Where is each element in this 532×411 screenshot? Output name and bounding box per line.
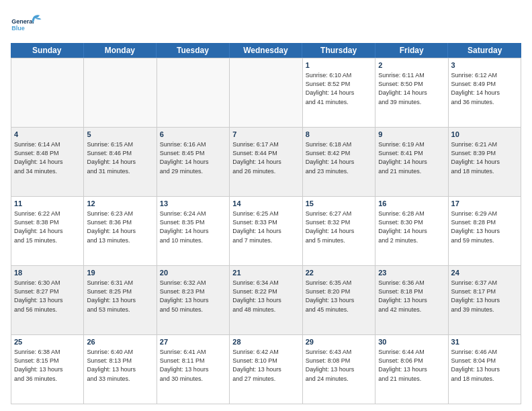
svg-text:Blue: Blue xyxy=(11,25,25,32)
calendar-empty-cell xyxy=(84,58,157,127)
day-number: 4 xyxy=(14,130,81,140)
calendar-day-1: 1Sunrise: 6:10 AMSunset: 8:52 PMDaylight… xyxy=(303,58,375,127)
day-details: Sunrise: 6:18 AMSunset: 8:42 PMDaylight:… xyxy=(306,140,372,175)
calendar-day-13: 13Sunrise: 6:24 AMSunset: 8:35 PMDayligh… xyxy=(157,197,230,265)
logo-icon: General Blue xyxy=(11,11,43,38)
day-details: Sunrise: 6:29 AMSunset: 8:28 PMDaylight:… xyxy=(451,210,518,244)
calendar-day-16: 16Sunrise: 6:28 AMSunset: 8:30 PMDayligh… xyxy=(375,197,448,265)
calendar: SundayMondayTuesdayWednesdayThursdayFrid… xyxy=(11,43,521,404)
day-details: Sunrise: 6:14 AMSunset: 8:48 PMDaylight:… xyxy=(14,140,81,175)
calendar-day-24: 24Sunrise: 6:37 AMSunset: 8:17 PMDayligh… xyxy=(449,266,521,334)
calendar-week-1: 1Sunrise: 6:10 AMSunset: 8:52 PMDaylight… xyxy=(11,58,521,128)
header-day-thursday: Thursday xyxy=(302,43,375,58)
day-details: Sunrise: 6:41 AMSunset: 8:11 PMDaylight:… xyxy=(160,348,226,383)
calendar-day-26: 26Sunrise: 6:40 AMSunset: 8:13 PMDayligh… xyxy=(84,335,157,404)
day-details: Sunrise: 6:36 AMSunset: 8:18 PMDaylight:… xyxy=(378,279,445,314)
calendar-day-29: 29Sunrise: 6:43 AMSunset: 8:08 PMDayligh… xyxy=(303,335,375,404)
calendar-header: SundayMondayTuesdayWednesdayThursdayFrid… xyxy=(11,43,521,58)
day-number: 9 xyxy=(378,130,445,140)
calendar-day-10: 10Sunrise: 6:21 AMSunset: 8:39 PMDayligh… xyxy=(449,128,521,196)
calendar-empty-cell xyxy=(157,58,230,127)
calendar-day-22: 22Sunrise: 6:35 AMSunset: 8:20 PMDayligh… xyxy=(303,266,375,334)
calendar-day-3: 3Sunrise: 6:12 AMSunset: 8:49 PMDaylight… xyxy=(449,58,521,127)
day-details: Sunrise: 6:44 AMSunset: 8:06 PMDaylight:… xyxy=(378,348,445,383)
day-number: 19 xyxy=(87,268,153,278)
day-number: 31 xyxy=(451,337,518,347)
day-details: Sunrise: 6:46 AMSunset: 8:04 PMDaylight:… xyxy=(451,348,518,383)
calendar-empty-cell xyxy=(11,58,84,127)
calendar-day-18: 18Sunrise: 6:30 AMSunset: 8:27 PMDayligh… xyxy=(11,266,84,334)
day-details: Sunrise: 6:17 AMSunset: 8:44 PMDaylight:… xyxy=(232,140,299,175)
calendar-week-2: 4Sunrise: 6:14 AMSunset: 8:48 PMDaylight… xyxy=(11,128,521,197)
day-details: Sunrise: 6:37 AMSunset: 8:17 PMDaylight:… xyxy=(451,279,518,314)
header: General Blue xyxy=(11,11,521,38)
logo: General Blue xyxy=(11,11,43,38)
calendar-day-4: 4Sunrise: 6:14 AMSunset: 8:48 PMDaylight… xyxy=(11,128,84,196)
calendar-day-14: 14Sunrise: 6:25 AMSunset: 8:33 PMDayligh… xyxy=(230,197,302,265)
calendar-day-21: 21Sunrise: 6:34 AMSunset: 8:22 PMDayligh… xyxy=(230,266,302,334)
day-number: 1 xyxy=(306,60,372,71)
calendar-day-7: 7Sunrise: 6:17 AMSunset: 8:44 PMDaylight… xyxy=(230,128,302,196)
day-details: Sunrise: 6:24 AMSunset: 8:35 PMDaylight:… xyxy=(160,210,226,244)
day-details: Sunrise: 6:11 AMSunset: 8:50 PMDaylight:… xyxy=(378,71,445,106)
day-details: Sunrise: 6:30 AMSunset: 8:27 PMDaylight:… xyxy=(14,279,81,314)
day-details: Sunrise: 6:38 AMSunset: 8:15 PMDaylight:… xyxy=(14,348,81,383)
calendar-day-27: 27Sunrise: 6:41 AMSunset: 8:11 PMDayligh… xyxy=(157,335,230,404)
day-number: 5 xyxy=(87,130,153,140)
calendar-day-23: 23Sunrise: 6:36 AMSunset: 8:18 PMDayligh… xyxy=(375,266,448,334)
header-day-tuesday: Tuesday xyxy=(157,43,230,58)
calendar-day-8: 8Sunrise: 6:18 AMSunset: 8:42 PMDaylight… xyxy=(303,128,375,196)
header-day-sunday: Sunday xyxy=(11,43,84,58)
day-number: 17 xyxy=(451,199,518,209)
day-number: 21 xyxy=(232,268,299,278)
day-number: 29 xyxy=(306,337,372,347)
day-number: 8 xyxy=(306,130,372,140)
day-number: 24 xyxy=(451,268,518,278)
day-number: 12 xyxy=(87,199,153,209)
day-details: Sunrise: 6:27 AMSunset: 8:32 PMDaylight:… xyxy=(306,210,372,244)
calendar-day-30: 30Sunrise: 6:44 AMSunset: 8:06 PMDayligh… xyxy=(375,335,448,404)
calendar-week-5: 25Sunrise: 6:38 AMSunset: 8:15 PMDayligh… xyxy=(11,335,521,404)
day-number: 16 xyxy=(378,199,445,209)
day-details: Sunrise: 6:42 AMSunset: 8:10 PMDaylight:… xyxy=(232,348,299,383)
day-number: 10 xyxy=(451,130,518,140)
day-number: 2 xyxy=(378,60,445,71)
day-details: Sunrise: 6:43 AMSunset: 8:08 PMDaylight:… xyxy=(306,348,372,383)
day-details: Sunrise: 6:22 AMSunset: 8:38 PMDaylight:… xyxy=(14,210,81,244)
page: General Blue SundayMondayTuesdayWednesda… xyxy=(0,0,532,411)
day-details: Sunrise: 6:19 AMSunset: 8:41 PMDaylight:… xyxy=(378,140,445,175)
calendar-day-5: 5Sunrise: 6:15 AMSunset: 8:46 PMDaylight… xyxy=(84,128,157,196)
day-details: Sunrise: 6:25 AMSunset: 8:33 PMDaylight:… xyxy=(232,210,299,244)
calendar-day-17: 17Sunrise: 6:29 AMSunset: 8:28 PMDayligh… xyxy=(449,197,521,265)
day-number: 11 xyxy=(14,199,81,209)
day-details: Sunrise: 6:15 AMSunset: 8:46 PMDaylight:… xyxy=(87,140,153,175)
day-number: 27 xyxy=(160,337,226,347)
calendar-day-20: 20Sunrise: 6:32 AMSunset: 8:23 PMDayligh… xyxy=(157,266,230,334)
day-number: 20 xyxy=(160,268,226,278)
calendar-day-9: 9Sunrise: 6:19 AMSunset: 8:41 PMDaylight… xyxy=(375,128,448,196)
day-number: 14 xyxy=(232,199,299,209)
day-details: Sunrise: 6:10 AMSunset: 8:52 PMDaylight:… xyxy=(306,71,372,106)
calendar-day-15: 15Sunrise: 6:27 AMSunset: 8:32 PMDayligh… xyxy=(303,197,375,265)
day-details: Sunrise: 6:40 AMSunset: 8:13 PMDaylight:… xyxy=(87,348,153,383)
day-number: 25 xyxy=(14,337,81,347)
day-details: Sunrise: 6:21 AMSunset: 8:39 PMDaylight:… xyxy=(451,140,518,175)
calendar-day-6: 6Sunrise: 6:16 AMSunset: 8:45 PMDaylight… xyxy=(157,128,230,196)
calendar-body: 1Sunrise: 6:10 AMSunset: 8:52 PMDaylight… xyxy=(11,58,521,404)
day-number: 3 xyxy=(451,60,518,71)
header-day-wednesday: Wednesday xyxy=(230,43,303,58)
day-number: 18 xyxy=(14,268,81,278)
day-number: 23 xyxy=(378,268,445,278)
day-number: 6 xyxy=(160,130,226,140)
calendar-day-28: 28Sunrise: 6:42 AMSunset: 8:10 PMDayligh… xyxy=(230,335,302,404)
day-number: 7 xyxy=(232,130,299,140)
header-day-friday: Friday xyxy=(375,43,449,58)
day-details: Sunrise: 6:28 AMSunset: 8:30 PMDaylight:… xyxy=(378,210,445,244)
calendar-empty-cell xyxy=(230,58,302,127)
calendar-day-11: 11Sunrise: 6:22 AMSunset: 8:38 PMDayligh… xyxy=(11,197,84,265)
calendar-week-3: 11Sunrise: 6:22 AMSunset: 8:38 PMDayligh… xyxy=(11,197,521,266)
day-number: 30 xyxy=(378,337,445,347)
day-details: Sunrise: 6:35 AMSunset: 8:20 PMDaylight:… xyxy=(306,279,372,314)
day-number: 26 xyxy=(87,337,153,347)
day-details: Sunrise: 6:31 AMSunset: 8:25 PMDaylight:… xyxy=(87,279,153,314)
